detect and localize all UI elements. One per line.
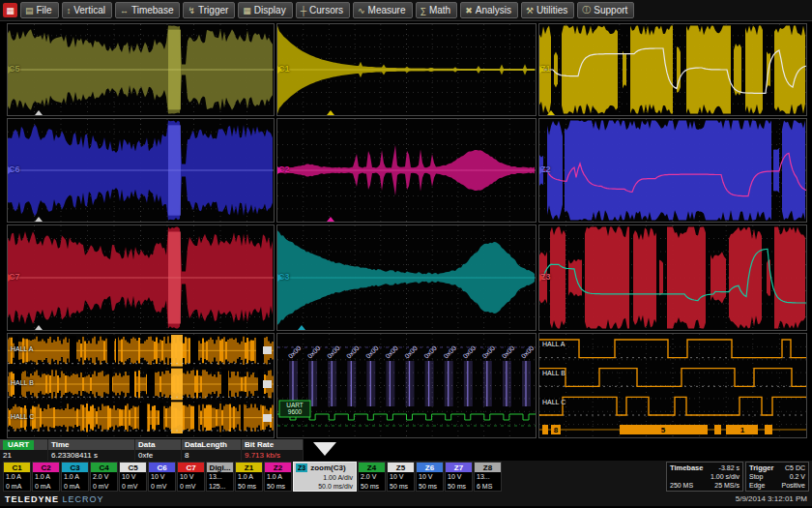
brand-logo: TELEDYNE LECROY [5, 494, 104, 504]
level-marker[interactable] [8, 66, 13, 74]
trigger-time-marker[interactable] [327, 110, 334, 115]
channel-box-c1[interactable]: C11.0 A0 mA [3, 462, 31, 492]
menu-label: Vertical [73, 5, 105, 15]
table-collapse-button[interactable] [313, 442, 336, 456]
brand-teledyne: TELEDYNE [5, 494, 59, 504]
menu-label: Trigger [198, 5, 228, 15]
channel-box-c5[interactable]: C510 V0 mV [119, 462, 147, 492]
channel-box-z8[interactable]: Z813...6 MS [474, 462, 502, 492]
trigger-level: 0.2 V [790, 473, 805, 480]
waveform-panel-c3[interactable]: C3 [276, 224, 536, 331]
menu-button-timebase[interactable]: ↔Timebase [115, 2, 181, 18]
menu-bar: ▦ ▤File↕Vertical↔Timebase↯Trigger▦Displa… [0, 0, 812, 21]
channel-box-header: Z5 [388, 463, 414, 472]
channel-box-values: 2.0 V0 mV [91, 472, 117, 492]
zoom-box-header: Z3zoom(C3) [294, 463, 356, 473]
trigger-time-marker[interactable] [298, 325, 305, 330]
uart-decode-panel[interactable]: 0x000x000x000x000x000x000x000x000x000x00… [276, 333, 536, 438]
menu-label: Display [254, 5, 286, 15]
level-marker[interactable] [539, 66, 544, 74]
channel-box-values: 1.0 A0 mA [33, 472, 59, 492]
measure-wave-icon: ∿ [358, 6, 365, 15]
menu-button-utilities[interactable]: ⚒Utilities [521, 2, 574, 18]
hall-row-button[interactable] [263, 380, 272, 388]
waveform-panel-c2[interactable]: C2 [276, 118, 536, 223]
channel-box-c6[interactable]: C610 V0 mV [148, 462, 176, 492]
waveform-panel-z3[interactable]: Z3 [538, 224, 807, 331]
level-marker[interactable] [539, 166, 544, 174]
pnl10-canvas: 0x000x000x000x000x000x000x000x000x000x00… [277, 334, 536, 437]
channel-box-header: C6 [149, 463, 175, 472]
channel-value-2: 6 MS [477, 482, 501, 492]
decoded-byte-label: 0x00 [403, 344, 419, 360]
trigger-time-marker[interactable] [35, 217, 43, 222]
hall-a-label: HALL A [11, 345, 33, 352]
channel-box-header: C4 [91, 463, 117, 472]
menu-button-display[interactable]: ▦Display [238, 2, 292, 18]
channel-box-z6[interactable]: Z610 V50 ms [416, 462, 444, 492]
waveform-panel-c5[interactable]: C5 [7, 23, 275, 116]
trigger-time-marker[interactable] [35, 325, 43, 330]
channel-box-c4[interactable]: C42.0 V0 mV [90, 462, 118, 492]
level-marker[interactable] [8, 166, 13, 174]
zoom-box-selected-z3[interactable]: Z3zoom(C3)1.00 A/div50.0 ms/div [293, 462, 357, 492]
menu-button-cursors[interactable]: ┼Cursors [296, 2, 350, 18]
hall-signals-panel-left[interactable]: HALL A HALL B HALL C [7, 333, 275, 438]
level-marker[interactable] [277, 66, 282, 74]
data-value: 0xfe [135, 450, 182, 461]
waveform-panel-z1[interactable]: Z1 [538, 23, 807, 116]
timebase-box[interactable]: Timebase-3.82 s 1.00 s/div 250 MS25 MS/s [666, 462, 743, 492]
channel-box-header: C5 [120, 463, 146, 472]
waveform-panel-z2[interactable]: Z2 [538, 118, 807, 223]
menu-label: Utilities [536, 5, 567, 15]
channel-box-z2[interactable]: Z21.0 A50 ms [264, 462, 292, 492]
hall-row-button[interactable] [263, 414, 272, 422]
hall-b-label: HALL B [542, 370, 566, 376]
hall-row-button[interactable] [263, 346, 272, 354]
channel-box-digi[interactable]: Digi...13...125... [206, 462, 234, 492]
datalength-header-cell: DataLength [182, 439, 242, 450]
waveform-panel-c7[interactable]: C7 [7, 224, 275, 331]
menu-button-measure[interactable]: ∿Measure [353, 2, 412, 18]
channel-value-2: 50 ms [267, 482, 291, 492]
app-icon[interactable]: ▦ [3, 3, 17, 17]
menu-label: Analysis [476, 5, 511, 15]
channel-box-z5[interactable]: Z510 V50 ms [387, 462, 415, 492]
channel-box-c3[interactable]: C31.0 A0 mA [61, 462, 89, 492]
trigger-time-marker[interactable] [547, 110, 555, 115]
channel-box-c2[interactable]: C21.0 A0 mA [32, 462, 60, 492]
menu-label: Timebase [131, 5, 174, 15]
pnl4-canvas [277, 119, 536, 222]
channel-value-2: 0 mA [64, 482, 88, 492]
menu-button-vertical[interactable]: ↕Vertical [62, 2, 112, 18]
channel-box-z4[interactable]: Z42.0 V50 ms [358, 462, 386, 492]
bottom-status-bar: C11.0 A0 mAC21.0 A0 mAC31.0 A0 mAC42.0 V… [0, 461, 812, 506]
zoom-id-badge: Z3 [296, 463, 307, 472]
level-marker[interactable] [277, 274, 282, 282]
menu-button-trigger[interactable]: ↯Trigger [183, 2, 235, 18]
hall-signals-panel-right[interactable]: HALL A HALL B HALL C 851 [538, 333, 807, 438]
waveform-panel-c1[interactable]: C1 [276, 23, 536, 116]
level-marker[interactable] [539, 274, 544, 282]
channel-box-c7[interactable]: C710 V0 mV [177, 462, 205, 492]
menu-button-file[interactable]: ▤File [20, 2, 59, 18]
decoded-byte-label: 0x00 [422, 344, 438, 360]
trigger-time-marker[interactable] [327, 217, 334, 222]
menu-button-analysis[interactable]: ✖Analysis [460, 2, 518, 18]
level-marker[interactable] [277, 166, 282, 174]
timebase-samples: 250 MS [670, 482, 693, 489]
decoded-byte-label: 0x00 [501, 344, 516, 360]
level-marker[interactable] [8, 274, 13, 282]
trigger-box[interactable]: TriggerC5 DC Stop0.2 V EdgePositive [745, 462, 809, 492]
menu-button-math[interactable]: ∑Math [416, 2, 458, 18]
channel-box-z7[interactable]: Z710 V50 ms [445, 462, 473, 492]
utilities-tools-icon: ⚒ [526, 6, 534, 15]
uart-result-table[interactable]: UART Time Data DataLength Bit Rate 21 6.… [0, 439, 304, 461]
menu-label: Math [429, 5, 450, 15]
channel-box-z1[interactable]: Z11.0 A50 ms [235, 462, 263, 492]
menu-button-support[interactable]: ⓘSupport [577, 2, 634, 18]
trigger-time-marker[interactable] [35, 110, 43, 115]
timebase-scale: 1.00 s/div [710, 473, 740, 480]
uart-tag-label: UART [286, 402, 304, 408]
waveform-panel-c6[interactable]: C6 [7, 118, 275, 223]
